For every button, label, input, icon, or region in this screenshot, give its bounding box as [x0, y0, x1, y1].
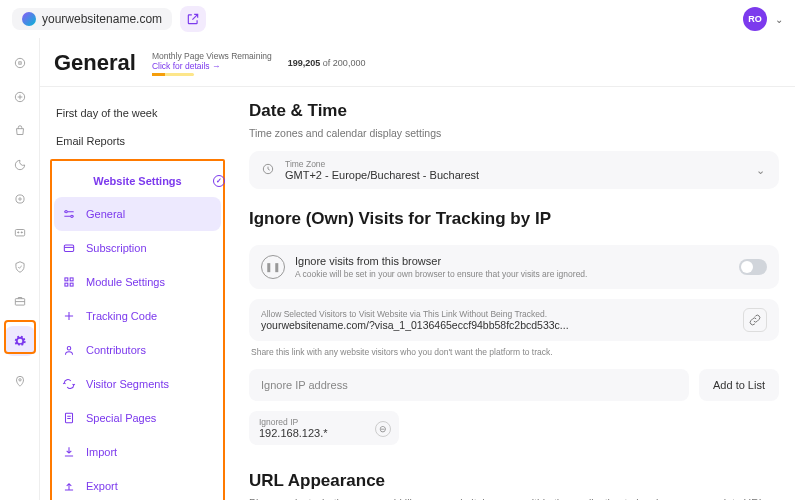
page-header: General Monthly Page Views Remaining Cli…: [40, 38, 795, 87]
rail-moon-icon[interactable]: [11, 156, 29, 174]
pv-count: 199,205 of 200,000: [288, 58, 366, 68]
ignored-ip-chip: Ignored IP 192.168.123.* ⊖: [249, 411, 399, 445]
sliders-icon: [62, 207, 76, 221]
sidebar-link-general[interactable]: General: [54, 197, 221, 231]
tz-label: Time Zone: [285, 159, 479, 169]
ignore-browser-card: ❚❚ Ignore visits from this browser A coo…: [249, 245, 779, 289]
ip-chip-value: 192.168.123.*: [259, 427, 389, 439]
pv-details-link[interactable]: Click for details →: [152, 61, 272, 71]
chevron-down-icon: ⌄: [756, 164, 765, 177]
rail-shield-icon[interactable]: [11, 258, 29, 276]
sidebar-link-label: Module Settings: [86, 276, 165, 288]
page-title: General: [54, 50, 136, 76]
sidebar-link-module-settings[interactable]: Module Settings: [54, 265, 221, 299]
avatar[interactable]: RO: [743, 7, 767, 31]
link-label: Allow Selected Visitors to Visit Website…: [261, 309, 767, 319]
sidebar-link-label: Subscription: [86, 242, 147, 254]
sidebar-link-label: Special Pages: [86, 412, 156, 424]
datetime-heading: Date & Time: [249, 101, 779, 121]
rail-pin-icon[interactable]: [11, 372, 29, 390]
remove-ip-button[interactable]: ⊖: [375, 421, 391, 437]
grid-icon: [62, 275, 76, 289]
svg-rect-13: [65, 278, 68, 281]
sidebar-highlight-box: Website Settings ✓ GeneralSubscriptionMo…: [50, 159, 225, 500]
svg-rect-15: [65, 283, 68, 286]
sidebar-link-label: Contributors: [86, 344, 146, 356]
plus-icon: [62, 309, 76, 323]
svg-point-3: [15, 195, 23, 203]
card-icon: [62, 241, 76, 255]
rail-briefcase-icon[interactable]: [11, 292, 29, 310]
svg-rect-5: [15, 230, 24, 236]
sidebar-link-visitor-segments[interactable]: Visitor Segments: [54, 367, 221, 401]
rail-chat-icon[interactable]: [11, 224, 29, 242]
svg-point-0: [15, 58, 24, 67]
rail-target-icon[interactable]: [11, 190, 29, 208]
sidebar-link-special-pages[interactable]: Special Pages: [54, 401, 221, 435]
ignore-browser-title: Ignore visits from this browser: [295, 255, 587, 267]
top-bar: yourwebsitename.com RO ⌄: [0, 0, 795, 38]
sidebar-link-label: Export: [86, 480, 118, 492]
sidebar-link-import[interactable]: Import: [54, 435, 221, 469]
nav-rail: [0, 38, 40, 500]
rail-highlight-box: [4, 320, 36, 354]
chevron-down-icon[interactable]: ⌄: [775, 14, 783, 25]
sidebar-link-contributors[interactable]: Contributors: [54, 333, 221, 367]
pause-icon: ❚❚: [261, 255, 285, 279]
ignore-browser-desc: A cookie will be set in your own browser…: [295, 269, 587, 279]
sidebar-item-email-reports[interactable]: Email Reports: [50, 127, 225, 155]
upload-icon: [62, 479, 76, 493]
external-link-button[interactable]: [180, 6, 206, 32]
pv-progress-bar: [152, 73, 194, 76]
ignore-heading: Ignore (Own) Visits for Tracking by IP: [249, 209, 779, 229]
ignore-ip-input[interactable]: Ignore IP address: [249, 369, 689, 401]
ignore-browser-toggle[interactable]: [739, 259, 767, 275]
share-note: Share this link with any website visitor…: [251, 347, 779, 357]
svg-rect-16: [70, 283, 73, 286]
sidebar-link-export[interactable]: Export: [54, 469, 221, 500]
sidebar-item-first-day[interactable]: First day of the week: [50, 99, 225, 127]
svg-point-4: [18, 198, 20, 200]
settings-sidebar: First day of the week Email Reports Webs…: [40, 87, 235, 500]
rail-bag-icon[interactable]: [11, 122, 29, 140]
check-circle-icon: ✓: [213, 175, 225, 187]
svg-point-7: [21, 232, 22, 233]
url-heading: URL Appearance: [249, 471, 779, 491]
sidebar-section-header: Website Settings ✓: [54, 165, 221, 197]
loop-icon: [62, 377, 76, 391]
site-pill[interactable]: yourwebsitename.com: [12, 8, 172, 30]
rail-dashboard-icon[interactable]: [11, 54, 29, 72]
svg-rect-18: [66, 413, 73, 422]
site-name: yourwebsitename.com: [42, 12, 162, 26]
pv-label: Monthly Page Views Remaining: [152, 51, 272, 61]
svg-point-17: [67, 347, 71, 351]
svg-point-11: [71, 215, 73, 217]
download-icon: [62, 445, 76, 459]
site-logo-icon: [22, 12, 36, 26]
rail-add-icon[interactable]: [11, 88, 29, 106]
svg-point-10: [65, 211, 67, 213]
svg-point-6: [17, 232, 18, 233]
page-icon: [62, 411, 76, 425]
copy-link-button[interactable]: [743, 308, 767, 332]
sidebar-link-tracking-code[interactable]: Tracking Code: [54, 299, 221, 333]
tz-value: GMT+2 - Europe/Bucharest - Bucharest: [285, 169, 479, 181]
sidebar-link-label: Visitor Segments: [86, 378, 169, 390]
sidebar-link-label: Import: [86, 446, 117, 458]
timezone-select[interactable]: Time Zone GMT+2 - Europe/Bucharest - Buc…: [249, 151, 779, 189]
datetime-sub: Time zones and calendar display settings: [249, 127, 779, 139]
sidebar-link-label: General: [86, 208, 125, 220]
svg-rect-14: [70, 278, 73, 281]
svg-point-9: [18, 379, 20, 381]
sidebar-link-subscription[interactable]: Subscription: [54, 231, 221, 265]
user-icon: [62, 343, 76, 357]
svg-rect-1: [18, 62, 20, 64]
tracking-link-card: Allow Selected Visitors to Visit Website…: [249, 299, 779, 341]
sidebar-link-label: Tracking Code: [86, 310, 157, 322]
clock-icon: [261, 162, 275, 178]
ip-chip-label: Ignored IP: [259, 417, 389, 427]
main-panel: Date & Time Time zones and calendar disp…: [235, 87, 795, 500]
svg-rect-12: [64, 245, 73, 251]
add-to-list-button[interactable]: Add to List: [699, 369, 779, 401]
link-url: yourwebsitename.com/?visa_1_0136465eccf9…: [261, 319, 767, 331]
